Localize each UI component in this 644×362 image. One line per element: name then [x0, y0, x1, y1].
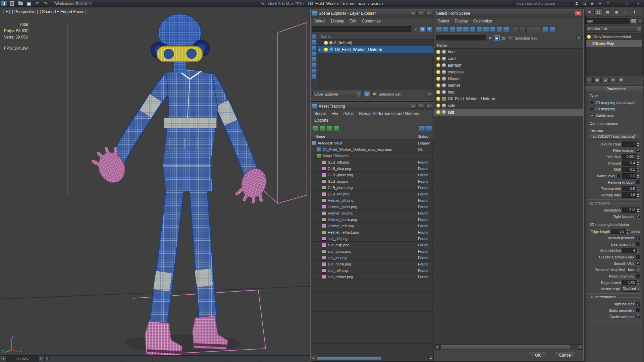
match-case-icon[interactable]: ▣	[494, 35, 500, 41]
clear-search-icon[interactable]: ✕	[413, 26, 418, 32]
table-row[interactable]: suit_diff.png Found	[311, 235, 434, 242]
toolbar-icon[interactable]	[456, 26, 462, 32]
visibility-icon[interactable]	[436, 57, 440, 61]
subdivision-radio[interactable]	[590, 113, 594, 117]
tab-utilities-icon[interactable]: ✛	[631, 8, 639, 16]
list-item[interactable]: boot	[434, 49, 583, 55]
modifier-enable-icon[interactable]	[587, 35, 591, 39]
toolbar-icon[interactable]	[449, 26, 455, 32]
layer-row-default[interactable]: 0 (default)	[318, 40, 434, 46]
toolbar-icon[interactable]	[463, 26, 469, 32]
schematic-icon[interactable]: ⊞	[371, 91, 377, 97]
edge-length-spinner[interactable]: 0,5	[611, 229, 629, 234]
menu-edit[interactable]: Edit	[347, 18, 359, 24]
list-item[interactable]: met	[434, 89, 583, 96]
toolbar-icon[interactable]	[496, 26, 502, 32]
time-track[interactable]	[44, 356, 310, 362]
scrollbar-thumb[interactable]	[440, 345, 570, 349]
toolbar-icon[interactable]	[311, 68, 317, 74]
viewport-view-menu[interactable]: [ Perspective ]	[12, 9, 38, 14]
table-row[interactable]: GLB_gloss.png Found	[311, 172, 434, 178]
table-row[interactable]: Maps / Shaders	[311, 153, 434, 159]
table-row[interactable]: Autodesk Vault Logged	[311, 140, 434, 146]
table-row[interactable]: GLB_ior.png Found	[311, 178, 434, 184]
visibility-icon[interactable]	[436, 90, 440, 94]
maximize-icon[interactable]: □	[418, 104, 424, 109]
use-object-mtl-checkbox[interactable]	[636, 242, 640, 246]
scene-explorer-titlebar[interactable]: Scene Explorer - Layer Explorer – □ ×	[311, 9, 434, 17]
configure-modifier-sets-icon[interactable]: ✱	[618, 77, 625, 83]
scroll-left-icon[interactable]: ◄	[311, 356, 316, 361]
water-level-checkbox[interactable]	[616, 174, 621, 178]
list-item[interactable]: helmet	[434, 82, 583, 89]
table-row[interactable]: Helmet_refract.png Found	[311, 229, 434, 235]
asset-tracking-titlebar[interactable]: Asset Tracking – □ ×	[311, 102, 434, 110]
workspace-selector[interactable]: Workspace: Default ▾	[53, 1, 94, 6]
filter-texmap-checkbox[interactable]	[636, 148, 640, 153]
toolbar-icon[interactable]	[311, 40, 317, 45]
texmap-min-spinner[interactable]: 0,0	[622, 186, 640, 191]
explorer-mode-combo[interactable]: Layer Explorer ▾	[312, 91, 363, 97]
status-column-header[interactable]: Status	[416, 133, 434, 139]
modifier-stack-item[interactable]: Editable Poly	[586, 40, 642, 47]
menu-select[interactable]: Select	[435, 18, 452, 24]
toolbar-icon[interactable]	[520, 26, 526, 32]
close-icon[interactable]: ×	[425, 104, 432, 109]
minimize-button[interactable]: –	[612, 1, 621, 7]
previous-frame-button[interactable]: ◄	[0, 356, 6, 362]
horizontal-scrollbar[interactable]: ◄ ►	[434, 344, 583, 350]
max-subdivs-spinner[interactable]: 4	[622, 248, 640, 253]
menu-options[interactable]: Options	[312, 117, 331, 123]
help-icon[interactable]: ?	[605, 1, 610, 6]
minimize-icon[interactable]: –	[410, 104, 417, 109]
table-row[interactable]: Helmet_gloss.png Found	[311, 203, 434, 210]
toolbar-icon[interactable]	[333, 125, 339, 131]
cache-normals-checkbox[interactable]	[636, 314, 640, 319]
toolbar-icon[interactable]	[513, 26, 519, 32]
pin-stack-icon[interactable]: ⊙	[585, 77, 593, 83]
tab-display-icon[interactable]: ▢	[622, 8, 630, 16]
layer-visibility-icon[interactable]	[324, 48, 328, 52]
favorites-icon[interactable]: ★	[589, 1, 595, 6]
smooth-uvs-checkbox[interactable]	[636, 261, 640, 265]
table-row[interactable]: GLB_norm.png Found	[311, 184, 434, 191]
menu-select[interactable]: Select	[312, 18, 328, 24]
remove-modifier-icon[interactable]: ✕	[609, 77, 617, 83]
next-frame-button[interactable]: ►	[38, 356, 44, 362]
find-input[interactable]	[436, 35, 486, 41]
table-row[interactable]: Helmet_refl.png Found	[311, 223, 434, 229]
visibility-icon[interactable]	[436, 104, 440, 108]
static-geometry-checkbox[interactable]	[636, 308, 640, 312]
texmap-button[interactable]: sp #1018347 (suit_disp.png)	[589, 134, 639, 140]
layer-row-oil-field-worker[interactable]: ▸ Oil_Field_Worker_Uniform	[318, 46, 434, 53]
perspective-viewport[interactable]: [ + ] [ Perspective ] [ Shaded + Edged F…	[0, 7, 310, 362]
scene-explorer-search-input[interactable]	[312, 26, 412, 32]
toolbar-icon[interactable]	[311, 57, 317, 62]
horizontal-scrollbar[interactable]: ◄ ►	[311, 356, 434, 361]
menu-customize[interactable]: Customize	[471, 18, 495, 24]
ok-button[interactable]: OK	[529, 352, 547, 359]
texture-chan-spinner[interactable]: 1	[622, 141, 640, 147]
tight-bounds-3d-checkbox[interactable]	[636, 302, 640, 306]
tab-hierarchy-icon[interactable]: ▤	[603, 8, 611, 16]
close-icon[interactable]: ✕	[575, 11, 582, 16]
time-slider-handle[interactable]	[45, 356, 49, 361]
table-row[interactable]: GLB_diff.png Found	[311, 159, 434, 165]
table-row[interactable]: Helmet_diff.png Found	[311, 197, 434, 203]
show-end-result-icon[interactable]: ▣	[593, 77, 601, 83]
preserve-map-bnd-select[interactable]: Interr▾	[627, 267, 640, 273]
view-dependent-checkbox[interactable]	[636, 236, 640, 240]
scrollbar-thumb[interactable]	[317, 356, 382, 361]
name-column-header[interactable]: Name	[311, 133, 416, 139]
layer-tools-icon[interactable]: ▤	[364, 91, 370, 97]
3d-mapping-radio[interactable]	[590, 107, 594, 111]
texmap-max-spinner[interactable]: 1,0	[622, 192, 640, 198]
visibility-icon[interactable]	[436, 97, 440, 101]
chevron-down-icon[interactable]: ▾	[637, 18, 643, 24]
select-influences-icon[interactable]: ⊞	[508, 35, 514, 41]
toolbar-icon[interactable]	[311, 51, 317, 57]
toolbar-icon[interactable]	[311, 74, 317, 79]
classic-catmull-clark-checkbox[interactable]	[636, 255, 640, 259]
menu-customize[interactable]: Customize	[359, 18, 383, 24]
filter-blur-spinner[interactable]: 0,001	[622, 154, 640, 160]
